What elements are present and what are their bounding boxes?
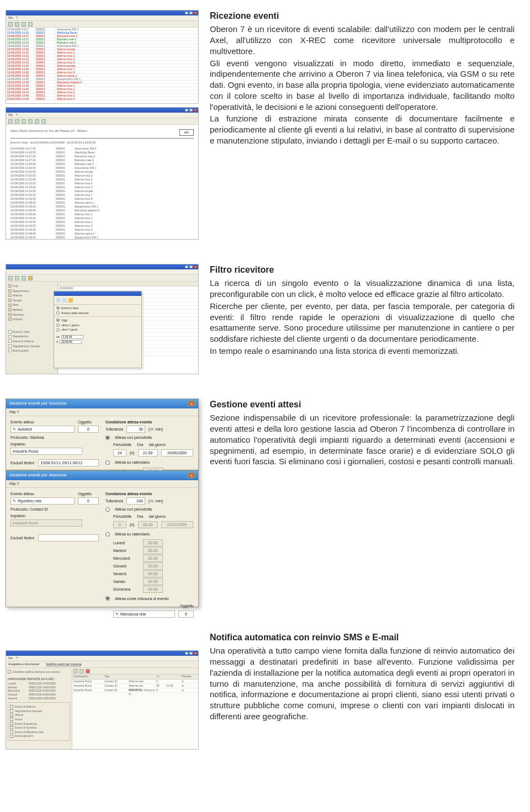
- nav-prev-icon[interactable]: [15, 119, 19, 124]
- field-impianto-ro: Industrie Rossi: [10, 519, 82, 527]
- max-btn[interactable]: [189, 12, 193, 14]
- field-toll[interactable]: 30: [126, 426, 145, 433]
- radio-periodicita[interactable]: [105, 507, 110, 512]
- close-btn[interactable]: [194, 652, 197, 655]
- dialog-title-text: Gestione eventi per ricezione: [9, 401, 67, 407]
- radio[interactable]: [56, 323, 60, 327]
- field-dal[interactable]: 26/06/2009: [161, 449, 193, 457]
- gestione-thumbs: Gestione eventi per ricezione × File ? E…: [6, 399, 199, 607]
- min-btn[interactable]: [185, 109, 188, 112]
- toolbar[interactable]: [6, 275, 198, 282]
- dialog-gestione-1: Gestione eventi per ricezione × File ? E…: [6, 399, 199, 470]
- close-icon[interactable]: ×: [188, 401, 195, 406]
- radio-periodicita[interactable]: [105, 436, 110, 440]
- radio-calendario[interactable]: [105, 532, 110, 537]
- field-toll[interactable]: 240: [126, 497, 145, 505]
- label-proto: Protocollo: Contact ID: [10, 507, 99, 512]
- max-btn[interactable]: [189, 266, 193, 268]
- section-gestione: Gestione eventi per ricezione × File ? E…: [6, 399, 515, 607]
- save-icon[interactable]: [41, 119, 46, 124]
- nav-next-icon[interactable]: [22, 119, 26, 124]
- field-impianto[interactable]: Industrie Rossi: [10, 448, 82, 455]
- field-periodicita[interactable]: 24: [113, 449, 126, 457]
- filter-sidebar[interactable]: TuttiSpegnimentoAllarmeTamperReteBatteri…: [6, 282, 58, 374]
- list-toolbar[interactable]: [72, 668, 198, 675]
- dialog-menu[interactable]: File ?: [6, 408, 198, 416]
- close-icon[interactable]: ×: [188, 473, 195, 478]
- dialog-menu[interactable]: File ?: [6, 480, 198, 488]
- max-btn[interactable]: [189, 109, 193, 112]
- edit-icon[interactable]: [80, 669, 84, 673]
- gestione-text: Gestione eventi attesi Sezione indispens…: [210, 399, 515, 468]
- close-btn[interactable]: [194, 12, 197, 14]
- menubar[interactable]: File?: [6, 656, 198, 661]
- nav-first-icon[interactable]: [8, 119, 13, 124]
- tool-icon[interactable]: [15, 22, 19, 26]
- paragraph: Oberon 7 è un ricevitore di eventi scala…: [210, 24, 515, 56]
- notify-right-panel: Destinatario Tipo +/- Periodo Industrie …: [72, 668, 198, 749]
- min-btn[interactable]: [185, 12, 188, 14]
- checkbox[interactable]: [8, 670, 11, 673]
- heading: Filtro ricevitore: [210, 264, 515, 275]
- radio-calendario[interactable]: [105, 460, 110, 465]
- funnel-icon[interactable]: [68, 298, 73, 302]
- field-oggetto[interactable]: 0: [78, 497, 99, 505]
- heading: Gestione eventi attesi: [210, 399, 515, 410]
- tabbar[interactable]: Anagrafica e informazioniNotifiche event…: [6, 661, 198, 668]
- label-proto: Protocollo: Sia/Axia: [10, 435, 99, 440]
- dialog-title: Gestione eventi per ricezione ×: [6, 399, 198, 408]
- dialog-gestione-2: Gestione eventi per ricezione × File ? E…: [6, 470, 199, 607]
- folder-icon[interactable]: [56, 298, 61, 302]
- archive-events-panel[interactable]: Eventi in linea Scarico della memoria Og…: [54, 291, 142, 368]
- ricezione-text: Ricezione eventi Oberon 7 è un ricevitor…: [210, 10, 515, 147]
- window-filter: TuttiSpegnimentoAllarmeTamperReteBatteri…: [6, 264, 199, 374]
- window-event-list: File? 01/04/2009 14.17000001Accensione S…: [6, 10, 199, 104]
- radio[interactable]: [56, 328, 60, 332]
- min-btn[interactable]: [185, 652, 188, 655]
- field-oggetto[interactable]: 0: [78, 426, 99, 433]
- tool-icon[interactable]: [8, 22, 13, 26]
- tool-icon[interactable]: [15, 276, 19, 280]
- notifica-text: Notifica automatica con reinvio SMS e E-…: [210, 631, 515, 723]
- radio[interactable]: [56, 306, 60, 310]
- window-notifica: File? Anagrafica e informazioniNotifiche…: [6, 650, 199, 750]
- field-chiusura-evento[interactable]: ✎Mancanza rete: [113, 611, 175, 618]
- field-evento[interactable]: ✎Ripristino rete: [10, 497, 75, 505]
- tool-icon[interactable]: [8, 276, 13, 280]
- close-btn[interactable]: [194, 266, 197, 268]
- field-escludi[interactable]: [38, 534, 99, 542]
- field-chiusura-oggetto[interactable]: 0: [178, 611, 194, 618]
- add-icon[interactable]: [73, 669, 78, 673]
- save-icon[interactable]: [62, 298, 67, 302]
- field-evento[interactable]: ✎Autotest: [10, 426, 75, 433]
- radio-chiusura[interactable]: [105, 596, 110, 601]
- menubar[interactable]: [6, 269, 198, 275]
- close-btn[interactable]: [194, 109, 197, 112]
- tool-icon[interactable]: [28, 22, 33, 26]
- menubar[interactable]: File?: [6, 113, 198, 118]
- time-from[interactable]: [61, 335, 83, 339]
- print-icon[interactable]: [35, 119, 39, 124]
- radio[interactable]: [56, 311, 60, 315]
- titlebar: [6, 10, 198, 15]
- delete-icon[interactable]: [86, 669, 90, 673]
- field-escludi[interactable]: 15/08 01/11 29/11 06/12: [38, 459, 99, 466]
- funnel-icon[interactable]: [28, 276, 33, 280]
- titlebar: [6, 108, 198, 113]
- event-type-box: Eventi di allarmeSegnalazioni mancateAll…: [8, 702, 70, 741]
- nav-last-icon[interactable]: [28, 119, 33, 124]
- time-to[interactable]: [60, 340, 82, 344]
- toolbar[interactable]: [6, 118, 198, 125]
- opt-label: Eventi in linea: [61, 306, 78, 310]
- event-grid: 01/04/2009 14.17000001Accensione SW 201/…: [6, 28, 198, 103]
- tool-icon[interactable]: [22, 22, 26, 26]
- field-ora[interactable]: 21.00: [138, 449, 158, 457]
- menubar[interactable]: File?: [6, 15, 198, 21]
- min-btn[interactable]: [185, 266, 188, 268]
- max-btn[interactable]: [189, 652, 193, 655]
- ricezione-thumbs: File? 01/04/2009 14.17000001Accensione S…: [6, 10, 199, 240]
- notify-left-panel: Disabilita notifica ricezione non esclus…: [6, 668, 72, 749]
- toolbar[interactable]: [6, 21, 198, 28]
- radio[interactable]: [56, 319, 60, 322]
- tool-icon[interactable]: [22, 276, 26, 280]
